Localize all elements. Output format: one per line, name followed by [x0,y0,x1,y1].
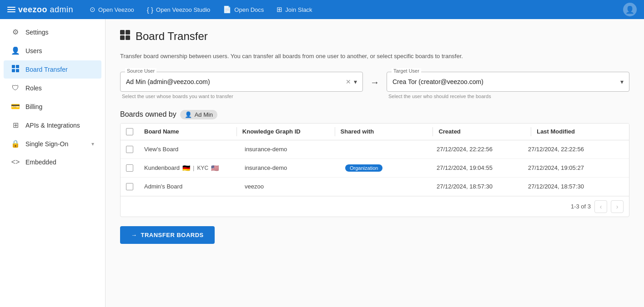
sidebar-item-users[interactable]: 👤 Users [4,42,101,59]
pagination-text: 1-3 of 3 [571,203,591,210]
svg-rect-7 [126,35,130,40]
td-board-name-3: Admin's Board [139,178,239,195]
svg-rect-0 [12,65,15,68]
target-user-label-float: Target User Crea Tor (creator@veezoo.com… [387,72,629,92]
sidebar-item-apis[interactable]: ⊞ APIs & Integrations [4,116,101,134]
select-all-checkbox[interactable] [126,128,133,135]
source-user-label-float: Source User Ad Min (admin@veezoo.com) ✕ … [120,72,363,92]
user-chip: 👤 Ad Min [180,110,217,119]
apis-icon: ⊞ [11,121,20,129]
table-row: Admin's Board veezoo 27/12/2024, 18:57:3… [121,178,629,196]
th-created: Created [433,124,531,140]
td-created-2: 27/12/2024, 19:04:55 [431,159,522,177]
table-row: View's Board insurance-demo 27/12/2024, … [121,140,629,159]
td-kg-id-2: insurance-demo [239,159,339,177]
source-user-floating-label: Source User [125,68,156,74]
th-board-name: Board Name [139,124,236,140]
row-checkbox-1[interactable] [126,146,133,153]
row-checkbox-2[interactable] [126,164,133,172]
boards-owned-title: Boards owned by [120,110,176,119]
td-board-name-2: Kundenboard 🇩🇪 | KYC 🇺🇸 [139,159,239,177]
source-user-field: Source User Ad Min (admin@veezoo.com) ✕ … [120,72,363,99]
embedded-icon: <> [11,158,20,166]
page-description: Transfer board ownership between users. … [120,52,629,61]
topnav: veezoo admin ⊙ Open Veezoo { } Open Veez… [0,0,644,19]
td-modified-3: 27/12/2024, 18:57:30 [523,178,614,195]
board-name-cell-2: Kundenboard 🇩🇪 | KYC 🇺🇸 [144,164,219,172]
target-user-floating-label: Target User [392,68,421,74]
page-title: Board Transfer [136,30,208,43]
sso-icon: 🔒 [11,139,20,148]
svg-rect-1 [16,65,19,68]
sidebar-item-embedded[interactable]: <> Embedded [4,154,101,171]
user-chip-label: Ad Min [195,111,213,118]
source-user-clear-icon[interactable]: ✕ [345,77,352,86]
topnav-open-docs[interactable]: 📄 Open Docs [217,3,269,16]
topnav-open-studio[interactable]: { } Open Veezoo Studio [141,3,216,16]
td-created-3: 27/12/2024, 18:57:30 [431,178,522,195]
user-select-row: Source User Ad Min (admin@veezoo.com) ✕ … [120,72,629,99]
target-user-select[interactable]: Target User Crea Tor (creator@veezoo.com… [387,72,629,92]
page-header: Board Transfer [120,30,629,43]
source-user-select[interactable]: Source User Ad Min (admin@veezoo.com) ✕ … [120,72,363,92]
td-shared-3 [340,181,431,192]
th-kg-id: Knowledge Graph ID [237,124,335,140]
users-icon: 👤 [11,46,20,55]
transfer-arrow-icon: → [131,232,137,238]
user-avatar[interactable]: 👤 [623,3,637,16]
board-transfer-icon [11,65,20,74]
source-user-dropdown-icon[interactable]: ▾ [354,78,357,85]
td-shared-1 [340,144,431,155]
topnav-join-slack[interactable]: ⊞ Join Slack [271,3,317,16]
hamburger-menu[interactable] [7,7,15,12]
th-shared-with: Shared with [335,124,433,140]
topnav-right: 👤 [623,3,637,16]
svg-rect-3 [16,69,19,72]
brand-logo: veezoo admin [18,5,73,15]
billing-icon: 💳 [11,102,20,111]
transfer-direction-arrow: → [370,72,379,88]
td-checkbox-1 [121,140,139,158]
row-checkbox-3[interactable] [126,183,133,190]
table-row: Kundenboard 🇩🇪 | KYC 🇺🇸 insurance-demo O… [121,159,629,178]
sidebar-item-roles[interactable]: 🛡 Roles [4,79,101,97]
settings-icon: ⚙ [11,28,20,36]
td-shared-2: Organization [340,159,431,177]
target-user-dropdown-icon[interactable]: ▾ [620,78,624,85]
svg-rect-2 [12,69,15,72]
svg-rect-4 [120,30,125,35]
td-checkbox-2 [121,159,139,177]
sidebar-item-board-transfer[interactable]: Board Transfer [4,60,101,79]
flag-us: 🇺🇸 [211,164,219,172]
td-checkbox-3 [121,178,139,196]
transfer-boards-button[interactable]: → TRANSFER BOARDS [120,226,215,244]
source-user-hint: Select the user whose boards you want to… [120,94,363,99]
table-header: Board Name Knowledge Graph ID Shared wit… [121,124,629,140]
sidebar-item-billing[interactable]: 💳 Billing [4,98,101,115]
chevron-down-icon: ▾ [91,141,94,147]
topnav-open-veezoo[interactable]: ⊙ Open Veezoo [84,3,140,16]
target-user-value: Crea Tor (creator@veezoo.com) [392,78,617,85]
svg-rect-6 [120,35,125,40]
page-header-icon [120,30,130,43]
td-board-name-1: View's Board [139,140,239,158]
brand-area: veezoo admin [7,5,73,15]
th-last-modified: Last Modified [531,124,629,140]
sidebar-item-sso[interactable]: 🔒 Single Sign-On ▾ [4,135,101,153]
next-page-button[interactable]: › [611,200,624,213]
td-modified-1: 27/12/2024, 22:22:56 [523,140,614,158]
sidebar-item-settings[interactable]: ⚙ Settings [4,23,101,41]
organization-badge: Organization [345,164,382,172]
source-user-actions: ✕ ▾ [345,77,357,86]
target-user-actions: ▾ [620,78,624,85]
source-user-value: Ad Min (admin@veezoo.com) [126,78,341,85]
open-docs-icon: 📄 [223,5,231,14]
target-user-field: Target User Crea Tor (creator@veezoo.com… [387,72,629,99]
open-studio-icon: { } [147,6,153,14]
open-veezoo-icon: ⊙ [90,5,96,14]
td-kg-id-3: veezoo [239,178,339,195]
main-layout: ⚙ Settings 👤 Users Board Transfer 🛡 Role… [0,19,644,307]
prev-page-button[interactable]: ‹ [594,200,607,213]
td-modified-2: 27/12/2024, 19:05:27 [523,159,614,177]
join-slack-icon: ⊞ [277,5,282,14]
